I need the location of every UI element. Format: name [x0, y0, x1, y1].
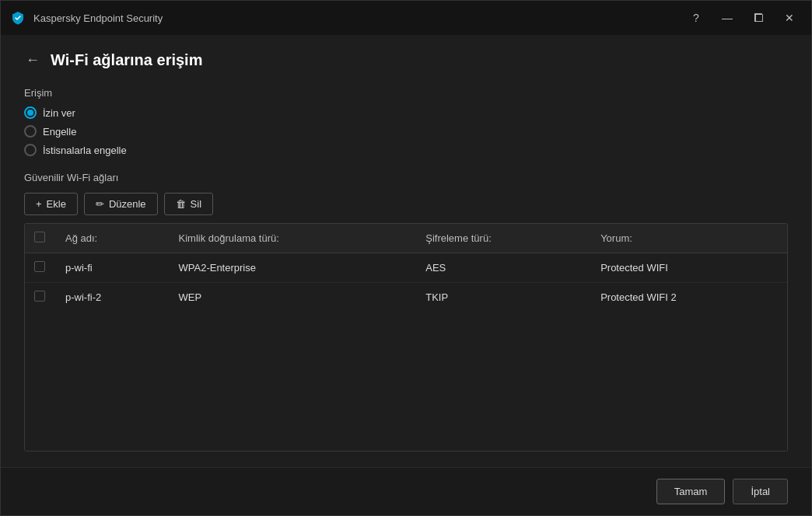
table-filler	[25, 312, 787, 451]
trusted-networks-label: Güvenilir Wi-Fi ağları	[24, 172, 788, 183]
restore-button[interactable]: ⧠	[746, 5, 771, 30]
trusted-networks-section: Güvenilir Wi-Fi ağları + Ekle ✏ Düzenle …	[24, 172, 788, 452]
back-icon: ←	[26, 52, 40, 68]
page-header: ← Wi-Fi ağlarına erişim	[24, 51, 788, 70]
row2-checkbox[interactable]	[34, 291, 45, 302]
col-comment: Yorum:	[591, 224, 787, 253]
radio-allow-input[interactable]	[24, 106, 37, 119]
footer: Tamam İptal	[1, 467, 811, 515]
radio-allow[interactable]: İzin ver	[24, 106, 788, 119]
close-button[interactable]: ✕	[777, 5, 802, 30]
main-window: Kaspersky Endpoint Security ? — ⧠ ✕ ← Wi…	[0, 0, 812, 516]
row1-checkbox[interactable]	[34, 261, 45, 272]
row1-name: p-wi-fi	[56, 253, 170, 283]
row2-checkbox-cell	[25, 283, 56, 312]
table-body: p-wi-fi WPA2-Enterprise AES Protected WI…	[25, 253, 787, 312]
radio-block-exceptions-input[interactable]	[24, 144, 37, 156]
delete-icon: 🗑	[176, 198, 186, 210]
access-label: Erişim	[24, 87, 788, 99]
networks-table: Ağ adı: Kimlik doğrulama türü: Şifreleme…	[25, 224, 787, 312]
radio-group: İzin ver Engelle İstisnalarla engelle	[24, 106, 788, 156]
back-button[interactable]: ←	[24, 51, 41, 70]
row2-name: p-wi-fi-2	[56, 283, 170, 312]
add-button[interactable]: + Ekle	[24, 193, 78, 215]
table-row: p-wi-fi WPA2-Enterprise AES Protected WI…	[25, 253, 787, 283]
row2-enc-type: TKIP	[416, 283, 591, 312]
row1-checkbox-cell	[25, 253, 56, 283]
edit-icon: ✏	[96, 198, 104, 210]
title-bar-left: Kaspersky Endpoint Security	[10, 10, 163, 26]
col-auth-type: Kimlik doğrulama türü:	[170, 224, 417, 253]
app-title: Kaspersky Endpoint Security	[33, 12, 163, 24]
radio-block-exceptions-label: İstisnalarla engelle	[43, 145, 127, 156]
help-button[interactable]: ?	[684, 5, 709, 30]
networks-table-container: Ağ adı: Kimlik doğrulama türü: Şifreleme…	[24, 223, 788, 452]
content-area: ← Wi-Fi ağlarına erişim Erişim İzin ver …	[1, 35, 811, 467]
radio-block-exceptions[interactable]: İstisnalarla engelle	[24, 144, 788, 156]
cancel-button[interactable]: İptal	[733, 479, 788, 504]
radio-block-label: Engelle	[43, 126, 76, 138]
access-section: Erişim İzin ver Engelle İstisnalarla eng…	[24, 87, 788, 172]
row1-comment: Protected WIFI	[591, 253, 787, 283]
title-bar-controls: ? — ⧠ ✕	[684, 5, 802, 30]
row2-auth-type: WEP	[170, 283, 417, 312]
delete-label: Sil	[191, 198, 201, 210]
minimize-button[interactable]: —	[715, 5, 740, 30]
delete-button[interactable]: 🗑 Sil	[164, 193, 213, 215]
title-bar: Kaspersky Endpoint Security ? — ⧠ ✕	[1, 1, 811, 35]
page-title: Wi-Fi ağlarına erişim	[51, 51, 202, 69]
table-row: p-wi-fi-2 WEP TKIP Protected WIFI 2	[25, 283, 787, 312]
toolbar: + Ekle ✏ Düzenle 🗑 Sil	[24, 193, 788, 215]
radio-allow-label: İzin ver	[43, 107, 75, 119]
row1-enc-type: AES	[416, 253, 591, 283]
ok-button[interactable]: Tamam	[656, 479, 726, 504]
table-header-row: Ağ adı: Kimlik doğrulama türü: Şifreleme…	[25, 224, 787, 253]
row1-auth-type: WPA2-Enterprise	[170, 253, 417, 283]
app-logo	[10, 10, 26, 26]
radio-block-input[interactable]	[24, 125, 37, 138]
radio-block[interactable]: Engelle	[24, 125, 788, 138]
col-name: Ağ adı:	[56, 224, 170, 253]
row2-comment: Protected WIFI 2	[591, 283, 787, 312]
col-enc-type: Şifreleme türü:	[416, 224, 591, 253]
select-all-checkbox[interactable]	[34, 232, 45, 242]
edit-button[interactable]: ✏ Düzenle	[84, 193, 158, 215]
edit-label: Düzenle	[109, 198, 146, 210]
col-checkbox	[25, 224, 56, 253]
add-label: Ekle	[47, 198, 66, 210]
add-icon: +	[36, 198, 42, 210]
